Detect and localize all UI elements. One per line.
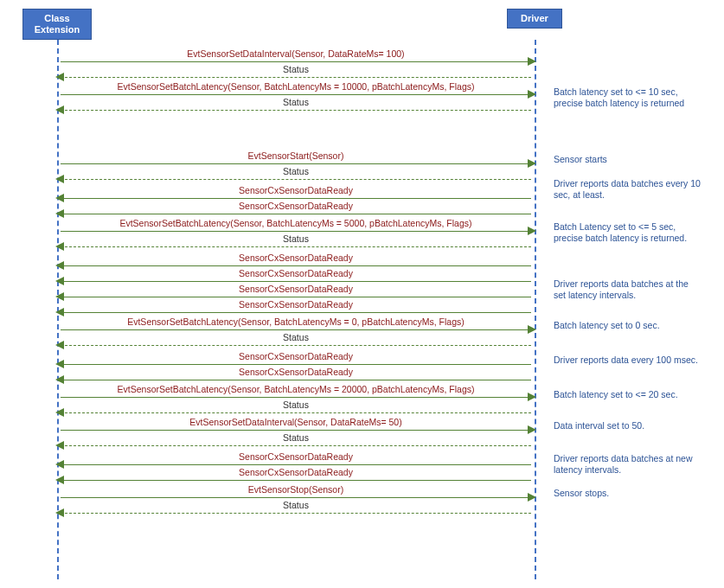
arrow-right-icon bbox=[528, 393, 536, 401]
message-line bbox=[61, 345, 531, 346]
arrow-left-icon bbox=[55, 408, 64, 417]
actor-driver: Driver bbox=[507, 9, 562, 29]
message-line bbox=[61, 61, 531, 62]
note: Driver reports data batches at new laten… bbox=[554, 453, 701, 476]
message-text: EvtSensorStart(Sensor) bbox=[245, 150, 348, 161]
arrow-left-icon bbox=[55, 277, 64, 285]
note: Data interval set to 50. bbox=[554, 420, 701, 431]
arrow-right-icon bbox=[528, 325, 536, 334]
arrow-left-icon bbox=[55, 194, 64, 202]
actor-class-extension: ClassExtension bbox=[22, 9, 92, 40]
message-line bbox=[61, 77, 531, 78]
message-row: EvtSensorSetBatchLatency(Sensor, BatchLa… bbox=[57, 223, 535, 239]
arrow-left-icon bbox=[55, 441, 64, 450]
arrow-left-icon bbox=[55, 360, 64, 368]
message-row: Status bbox=[57, 405, 535, 420]
message-row: Status bbox=[57, 239, 535, 254]
arrow-left-icon bbox=[55, 73, 64, 81]
message-line bbox=[61, 364, 531, 365]
arrow-left-icon bbox=[55, 375, 64, 384]
arrow-left-icon bbox=[55, 261, 64, 270]
actor-right-label: Driver bbox=[521, 13, 548, 23]
note: Sensor stops. bbox=[554, 488, 701, 499]
message-row: Status bbox=[57, 171, 535, 187]
note: Batch Latency set to <= 5 sec, precise b… bbox=[554, 221, 701, 244]
message-row: SensorCxSensorDataReady bbox=[57, 273, 535, 289]
note: Driver reports data every 100 msec. bbox=[554, 355, 701, 366]
message-row: SensorCxSensorDataReady bbox=[57, 356, 535, 372]
note: Batch latency set to <= 20 sec. bbox=[554, 389, 701, 400]
message-label: EvtSensorStart(Sensor) bbox=[57, 150, 535, 161]
arrow-left-icon bbox=[55, 460, 64, 469]
message-row: EvtSensorSetDataInterval(Sensor, DataRat… bbox=[57, 422, 535, 438]
message-row: SensorCxSensorDataReady bbox=[57, 206, 535, 221]
arrow-left-icon bbox=[55, 105, 64, 114]
message-row: SensorCxSensorDataReady bbox=[57, 258, 535, 273]
message-line bbox=[61, 94, 531, 95]
message-row: EvtSensorSetBatchLatency(Sensor, BatchLa… bbox=[57, 322, 535, 337]
arrow-left-icon bbox=[55, 209, 64, 218]
message-line bbox=[61, 513, 531, 514]
message-line bbox=[61, 179, 531, 180]
arrow-left-icon bbox=[55, 341, 64, 349]
arrow-right-icon bbox=[528, 227, 536, 235]
message-row: EvtSensorStop(Sensor) bbox=[57, 489, 535, 505]
note: Driver reports data batches every 10 sec… bbox=[554, 178, 701, 201]
arrow-left-icon bbox=[55, 242, 64, 251]
note: Sensor starts bbox=[554, 154, 701, 165]
message-row: SensorCxSensorDataReady bbox=[57, 457, 535, 472]
message-row: Status bbox=[57, 69, 535, 85]
arrow-right-icon bbox=[528, 425, 536, 434]
note: Batch latency set to <= 10 sec, precise … bbox=[554, 86, 701, 109]
message-line bbox=[61, 110, 531, 111]
message-line bbox=[61, 380, 531, 380]
message-row: Status bbox=[57, 337, 535, 353]
message-row: EvtSensorSetDataInterval(Sensor, DataRat… bbox=[57, 54, 535, 69]
message-row: SensorCxSensorDataReady bbox=[57, 372, 535, 387]
message-line bbox=[61, 430, 531, 431]
arrow-right-icon bbox=[528, 90, 536, 99]
message-line bbox=[61, 214, 531, 214]
message-line bbox=[61, 464, 531, 465]
arrow-right-icon bbox=[528, 57, 536, 66]
arrow-right-icon bbox=[528, 493, 536, 502]
message-line bbox=[61, 312, 531, 313]
message-row: Status bbox=[57, 505, 535, 521]
message-row: SensorCxSensorDataReady bbox=[57, 190, 535, 206]
message-line bbox=[61, 265, 531, 266]
arrow-left-icon bbox=[55, 508, 64, 517]
message-row: SensorCxSensorDataReady bbox=[57, 304, 535, 320]
message-text: EvtSensorSetDataInterval(Sensor, DataRat… bbox=[183, 48, 407, 59]
message-line bbox=[61, 297, 531, 297]
note: Driver reports data batches at the set l… bbox=[554, 278, 701, 301]
arrow-right-icon bbox=[528, 159, 536, 168]
message-row: Status bbox=[57, 102, 535, 118]
arrow-left-icon bbox=[55, 292, 64, 301]
arrow-left-icon bbox=[55, 175, 64, 183]
message-line bbox=[61, 412, 531, 413]
arrow-left-icon bbox=[55, 476, 64, 484]
message-line bbox=[61, 163, 531, 164]
message-line bbox=[61, 445, 531, 446]
message-row: SensorCxSensorDataReady bbox=[57, 289, 535, 304]
message-line bbox=[61, 281, 531, 282]
note: Batch latency set to 0 sec. bbox=[554, 320, 701, 331]
sequence-diagram: ClassExtension Driver EvtSensorSetDataIn… bbox=[9, 9, 715, 579]
message-row: EvtSensorSetBatchLatency(Sensor, BatchLa… bbox=[57, 86, 535, 102]
message-row: Status bbox=[57, 438, 535, 453]
message-line bbox=[61, 231, 531, 232]
message-line bbox=[61, 480, 531, 481]
message-line bbox=[61, 246, 531, 247]
message-label: EvtSensorSetDataInterval(Sensor, DataRat… bbox=[57, 48, 535, 59]
message-row: SensorCxSensorDataReady bbox=[57, 472, 535, 488]
message-line bbox=[61, 397, 531, 398]
actor-left-label: ClassExtension bbox=[35, 13, 80, 35]
message-line bbox=[61, 497, 531, 498]
arrow-left-icon bbox=[55, 308, 64, 316]
message-row: EvtSensorSetBatchLatency(Sensor, BatchLa… bbox=[57, 389, 535, 405]
message-row: EvtSensorStart(Sensor) bbox=[57, 156, 535, 171]
message-line bbox=[61, 198, 531, 199]
message-line bbox=[61, 329, 531, 330]
